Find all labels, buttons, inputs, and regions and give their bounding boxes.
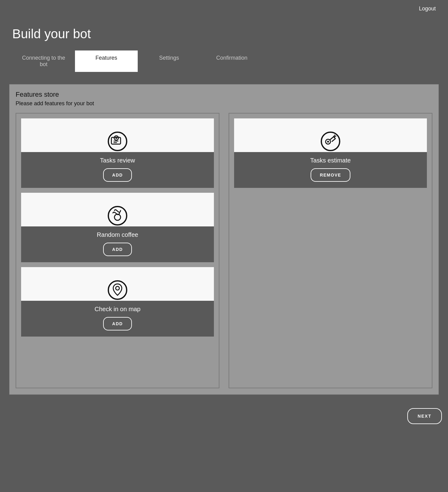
random-coffee-icon bbox=[105, 202, 130, 226]
feature-name-tasks-review: Tasks review bbox=[100, 157, 135, 164]
svg-point-9 bbox=[116, 286, 119, 290]
svg-point-6 bbox=[108, 207, 127, 225]
feature-card-tasks-estimate: Tasks estimate REMOVE bbox=[234, 118, 427, 188]
tasks-estimate-icon bbox=[318, 128, 343, 152]
footer-row: NEXT bbox=[0, 401, 448, 427]
feature-card-image-tasks-review bbox=[21, 118, 214, 152]
section-subtitle: Please add features for your bot bbox=[16, 100, 432, 107]
features-columns: Tasks review ADD Random coffee ADD bbox=[16, 113, 432, 388]
feature-name-tasks-estimate: Tasks estimate bbox=[310, 157, 351, 164]
available-features-column: Tasks review ADD Random coffee ADD bbox=[16, 113, 219, 388]
logout-button[interactable]: Logout bbox=[419, 6, 436, 12]
add-random-coffee-button[interactable]: ADD bbox=[103, 243, 132, 256]
feature-card-body-tasks-review: Tasks review ADD bbox=[21, 152, 214, 188]
tabs-bar: Connecting to the bot Features Settings … bbox=[0, 47, 275, 78]
check-in-map-icon bbox=[105, 276, 130, 301]
header: Logout bbox=[0, 0, 448, 17]
feature-card-random-coffee: Random coffee ADD bbox=[21, 193, 214, 262]
feature-name-check-in-map: Check in on map bbox=[95, 306, 140, 313]
add-check-in-map-button[interactable]: ADD bbox=[103, 317, 132, 330]
feature-card-body-random-coffee: Random coffee ADD bbox=[21, 226, 214, 262]
feature-card-body-tasks-estimate: Tasks estimate REMOVE bbox=[234, 152, 427, 188]
feature-card-image-random-coffee bbox=[21, 193, 214, 226]
feature-card-body-check-in-map: Check in on map ADD bbox=[21, 301, 214, 337]
svg-point-7 bbox=[114, 214, 121, 220]
tab-settings[interactable]: Settings bbox=[138, 50, 200, 72]
page-title: Build your bot bbox=[0, 17, 448, 47]
feature-name-random-coffee: Random coffee bbox=[97, 231, 138, 238]
feature-card-check-in-map: Check in on map ADD bbox=[21, 267, 214, 337]
remove-tasks-estimate-button[interactable]: REMOVE bbox=[311, 168, 350, 182]
feature-card-tasks-review: Tasks review ADD bbox=[21, 118, 214, 188]
add-tasks-review-button[interactable]: ADD bbox=[103, 168, 132, 182]
feature-card-image-tasks-estimate bbox=[234, 118, 427, 152]
svg-point-3 bbox=[115, 137, 117, 139]
next-button[interactable]: NEXT bbox=[407, 408, 442, 424]
tasks-review-icon bbox=[105, 128, 130, 152]
svg-point-12 bbox=[327, 141, 329, 143]
tab-features[interactable]: Features bbox=[75, 50, 138, 72]
selected-features-column: Tasks estimate REMOVE bbox=[229, 113, 432, 388]
feature-card-image-check-in-map bbox=[21, 267, 214, 301]
tab-confirmation[interactable]: Confirmation bbox=[200, 50, 263, 72]
section-title: Features store bbox=[16, 91, 432, 99]
tab-connecting[interactable]: Connecting to the bot bbox=[12, 50, 75, 72]
main-content: Features store Please add features for y… bbox=[9, 84, 439, 395]
